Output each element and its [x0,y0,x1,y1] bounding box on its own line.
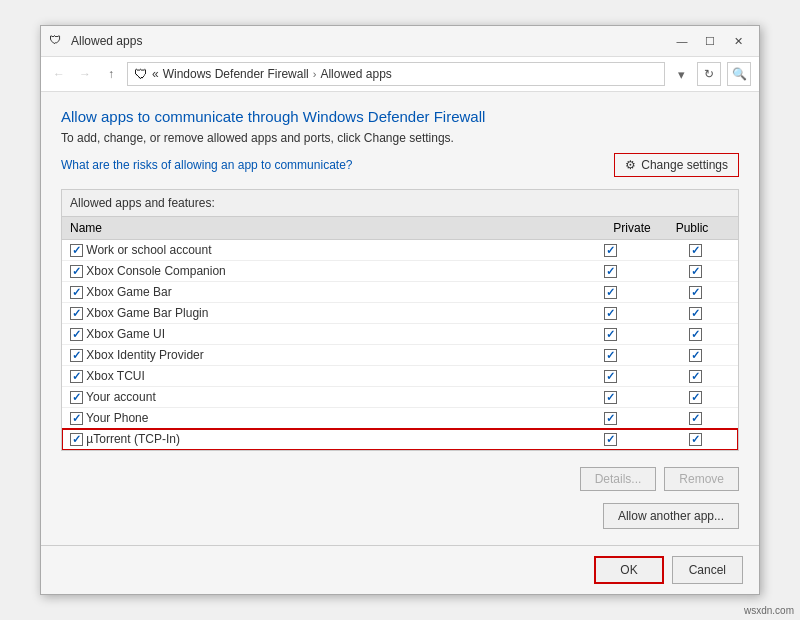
maximize-button[interactable]: ☐ [697,32,723,50]
change-settings-button[interactable]: ⚙ Change settings [614,153,739,177]
back-button[interactable]: ← [49,64,69,84]
app-public-checkbox[interactable] [653,282,738,303]
ok-button[interactable]: OK [594,556,663,584]
app-name-cell: µTorrent (TCP-In) [62,429,567,450]
table-row[interactable]: Your Phone [62,408,738,429]
table-row[interactable]: Work or school account [62,240,738,261]
risks-link[interactable]: What are the risks of allowing an app to… [61,158,352,172]
details-button[interactable]: Details... [580,467,657,491]
app-checkbox[interactable] [70,307,83,320]
path-dropdown-button[interactable]: ▾ [671,64,691,84]
address-bar: ← → ↑ 🛡 « Windows Defender Firewall › Al… [41,57,759,92]
app-name-cell: Your Phone [62,408,567,429]
app-private-checkbox[interactable] [567,303,652,324]
col-public-header: Public [662,217,722,240]
app-name-cell: Xbox Game Bar [62,282,567,303]
app-private-checkbox[interactable] [567,408,652,429]
path-segment-2: Allowed apps [320,67,391,81]
window-title: Allowed apps [71,34,142,48]
watermark: wsxdn.com [744,605,794,616]
app-name-cell: Your account [62,387,567,408]
close-button[interactable]: ✕ [725,32,751,50]
app-checkbox[interactable] [70,244,83,257]
col-private-header: Private [602,217,662,240]
page-title: Allow apps to communicate through Window… [61,108,739,125]
apps-table: Name Private Public [62,217,738,240]
scroll-spacer [722,217,738,240]
app-name-cell: Xbox Console Companion [62,261,567,282]
app-checkbox[interactable] [70,433,83,446]
table-action-buttons: Details... Remove [61,461,739,497]
app-public-checkbox[interactable] [653,450,738,451]
app-public-checkbox[interactable] [653,261,738,282]
address-path[interactable]: 🛡 « Windows Defender Firewall › Allowed … [127,62,665,86]
refresh-button[interactable]: ↻ [697,62,721,86]
app-name-cell: Work or school account [62,240,567,261]
search-button[interactable]: 🔍 [727,62,751,86]
app-public-checkbox[interactable] [653,366,738,387]
settings-icon: ⚙ [625,158,636,172]
window-icon: 🛡 [49,33,65,49]
allow-another-app-button[interactable]: Allow another app... [603,503,739,529]
up-button[interactable]: ↑ [101,64,121,84]
app-private-checkbox[interactable] [567,387,652,408]
apps-table-container: Allowed apps and features: Name Private … [61,189,739,451]
content-area: Allow apps to communicate through Window… [41,92,759,545]
allow-app-area: Allow another app... [61,503,739,529]
scroll-area[interactable]: Work or school account Xbox Console Comp… [62,240,738,450]
table-row[interactable]: Xbox Game Bar [62,282,738,303]
col-name-header: Name [62,217,602,240]
app-public-checkbox[interactable] [653,429,738,450]
app-private-checkbox[interactable] [567,345,652,366]
remove-button[interactable]: Remove [664,467,739,491]
app-public-checkbox[interactable] [653,324,738,345]
app-private-checkbox[interactable] [567,366,652,387]
app-name-cell: Xbox Game Bar Plugin [62,303,567,324]
app-public-checkbox[interactable] [653,408,738,429]
apps-list-table: Work or school account Xbox Console Comp… [62,240,738,450]
app-private-checkbox[interactable] [567,282,652,303]
forward-button[interactable]: → [75,64,95,84]
app-public-checkbox[interactable] [653,303,738,324]
path-segment-1: Windows Defender Firewall [163,67,309,81]
app-checkbox[interactable] [70,391,83,404]
table-header-row: Allowed apps and features: [62,190,738,217]
table-row[interactable]: Xbox Game Bar Plugin [62,303,738,324]
top-controls: What are the risks of allowing an app to… [61,153,739,177]
table-row[interactable]: µTorrent (TCP-In) [62,429,738,450]
footer: OK Cancel [41,545,759,594]
app-name-cell: Xbox Game UI [62,324,567,345]
cancel-button[interactable]: Cancel [672,556,743,584]
table-row[interactable]: Your account [62,387,738,408]
app-public-checkbox[interactable] [653,240,738,261]
app-private-checkbox[interactable] [567,261,652,282]
change-settings-label: Change settings [641,158,728,172]
table-row[interactable]: Xbox Console Companion [62,261,738,282]
address-text: « [152,67,159,81]
app-public-checkbox[interactable] [653,345,738,366]
app-private-checkbox[interactable] [567,429,652,450]
path-arrow: › [313,68,317,80]
table-row[interactable]: Xbox Identity Provider [62,345,738,366]
app-public-checkbox[interactable] [653,387,738,408]
title-bar: 🛡 Allowed apps — ☐ ✕ [41,26,759,57]
table-row[interactable]: Xbox TCUI [62,366,738,387]
app-private-checkbox[interactable] [567,240,652,261]
minimize-button[interactable]: — [669,32,695,50]
table-row[interactable]: Xbox Game UI [62,324,738,345]
app-checkbox[interactable] [70,265,83,278]
app-name-cell: Xbox Identity Provider [62,345,567,366]
app-name-cell: Xbox TCUI [62,366,567,387]
page-subtitle: To add, change, or remove allowed apps a… [61,131,739,145]
app-checkbox[interactable] [70,328,83,341]
app-checkbox[interactable] [70,349,83,362]
app-checkbox[interactable] [70,370,83,383]
app-private-checkbox[interactable] [567,450,652,451]
app-checkbox[interactable] [70,286,83,299]
app-checkbox[interactable] [70,412,83,425]
table-row[interactable]: µTorrent (UDP-In) [62,450,738,451]
app-private-checkbox[interactable] [567,324,652,345]
app-name-cell: µTorrent (UDP-In) [62,450,567,451]
